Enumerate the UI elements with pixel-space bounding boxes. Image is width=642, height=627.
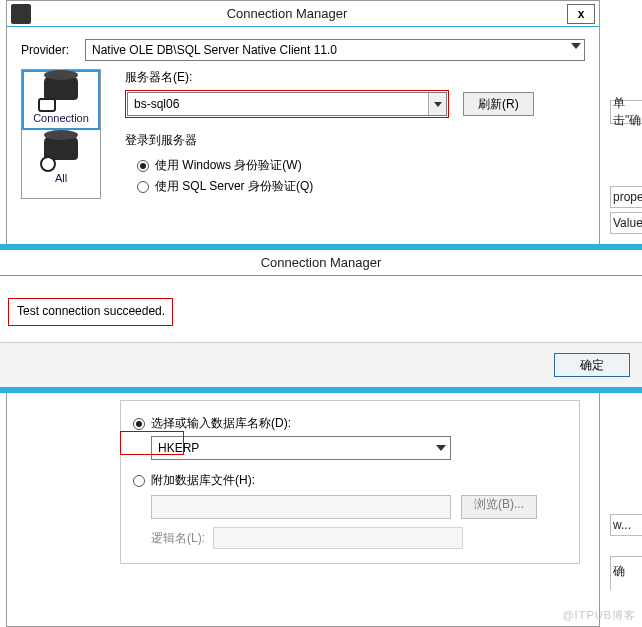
- radio-select-db[interactable]: 选择或输入数据库名称(D):: [133, 415, 567, 432]
- provider-value: Native OLE DB\SQL Server Native Client 1…: [92, 43, 337, 57]
- sidebar-item-connection[interactable]: Connection: [22, 70, 100, 130]
- database-settings-icon: [38, 136, 84, 172]
- database-combobox[interactable]: HKERP: [151, 436, 451, 460]
- popup-title: Connection Manager: [0, 250, 642, 276]
- provider-select[interactable]: Native OLE DB\SQL Server Native Client 1…: [85, 39, 585, 61]
- test-connection-popup: Connection Manager Test connection succe…: [0, 244, 642, 393]
- dialog-body: Connection All 服务器名(E): 刷新(R) 登录到服务器: [7, 69, 599, 199]
- radio-icon: [137, 160, 149, 172]
- sidebar-item-all[interactable]: All: [22, 130, 100, 190]
- occluded-fragment: Value: [610, 212, 642, 234]
- logical-name-input: [213, 527, 463, 549]
- server-highlight: [125, 90, 449, 118]
- occluded-fragment: prope: [610, 186, 642, 208]
- sidebar: Connection All: [21, 69, 101, 199]
- success-highlight: Test connection succeeded.: [8, 298, 173, 326]
- radio-label: 选择或输入数据库名称(D):: [151, 415, 291, 432]
- radio-icon: [137, 181, 149, 193]
- popup-footer: 确定: [0, 342, 642, 387]
- dialog-title: Connection Manager: [31, 6, 567, 21]
- attach-file-input: [151, 495, 451, 519]
- server-input[interactable]: [128, 93, 428, 115]
- close-button[interactable]: x: [567, 4, 595, 24]
- chevron-down-icon: [434, 102, 442, 107]
- database-value: HKERP: [158, 441, 199, 455]
- connection-form: 服务器名(E): 刷新(R) 登录到服务器 使用 Windows 身份验证(W)…: [101, 69, 585, 199]
- sidebar-item-label: All: [22, 172, 100, 184]
- success-message: Test connection succeeded.: [9, 304, 165, 318]
- occluded-fragment: w...: [610, 514, 642, 536]
- radio-label: 使用 SQL Server 身份验证(Q): [155, 178, 313, 195]
- chevron-down-icon: [571, 43, 581, 49]
- browse-button: 浏览(B)...: [461, 495, 537, 519]
- provider-row: Provider: Native OLE DB\SQL Server Nativ…: [7, 27, 599, 69]
- radio-sql-auth[interactable]: 使用 SQL Server 身份验证(Q): [137, 178, 585, 195]
- watermark: @ITPUB博客: [562, 608, 636, 623]
- radio-icon: [133, 475, 145, 487]
- close-icon: x: [578, 7, 585, 21]
- sidebar-item-label: Connection: [24, 112, 98, 124]
- ok-button[interactable]: 确定: [554, 353, 630, 377]
- server-dropdown-button[interactable]: [428, 93, 446, 115]
- database-section: 选择或输入数据库名称(D): HKERP 附加数据库文件(H): 浏览(B)..…: [120, 400, 580, 564]
- logical-name-label: 逻辑名(L):: [151, 530, 205, 547]
- server-label: 服务器名(E):: [125, 69, 585, 86]
- titlebar: Connection Manager x: [7, 1, 599, 27]
- occluded-fragment: 确: [610, 556, 642, 590]
- radio-label: 使用 Windows 身份验证(W): [155, 157, 302, 174]
- server-combobox[interactable]: [127, 92, 447, 116]
- chevron-down-icon: [436, 445, 446, 451]
- refresh-button[interactable]: 刷新(R): [463, 92, 534, 116]
- occluded-fragment: 单击"确: [610, 100, 642, 124]
- database-icon: [38, 76, 84, 112]
- radio-attach-db[interactable]: 附加数据库文件(H):: [133, 472, 567, 489]
- database-fieldset: 选择或输入数据库名称(D): HKERP 附加数据库文件(H): 浏览(B)..…: [120, 400, 580, 564]
- auth-group-label: 登录到服务器: [125, 132, 585, 149]
- radio-icon: [133, 418, 145, 430]
- radio-windows-auth[interactable]: 使用 Windows 身份验证(W): [137, 157, 585, 174]
- provider-label: Provider:: [21, 43, 85, 57]
- app-icon: [11, 4, 31, 24]
- radio-label: 附加数据库文件(H):: [151, 472, 255, 489]
